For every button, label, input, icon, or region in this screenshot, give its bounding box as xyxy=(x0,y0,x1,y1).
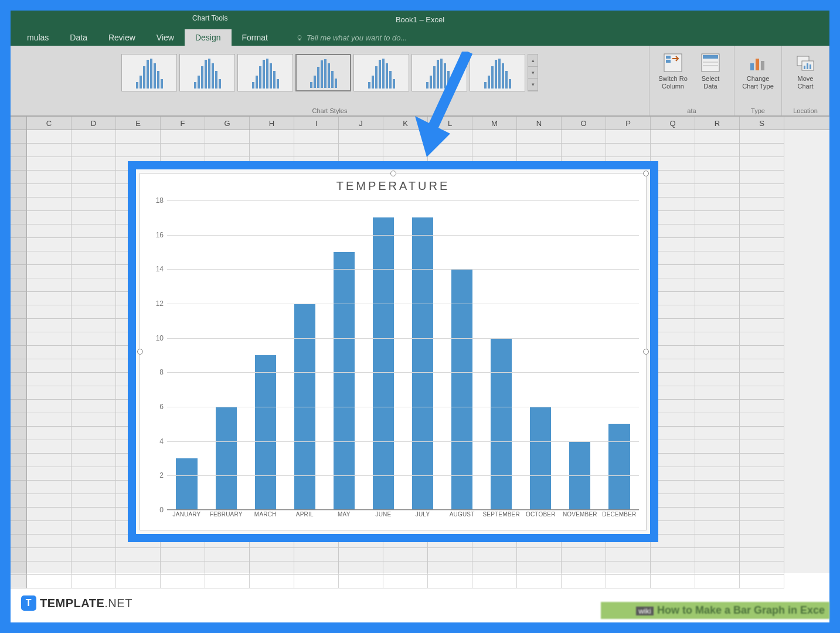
col-header[interactable]: M xyxy=(472,117,517,130)
tab-design[interactable]: Design xyxy=(185,29,232,46)
ribbon-group-location: Move Chart Location xyxy=(782,46,829,115)
tab-formulas[interactable]: mulas xyxy=(16,29,59,46)
y-tick-label: 6 xyxy=(159,403,164,411)
svg-rect-11 xyxy=(761,61,764,70)
move-chart-button[interactable]: Move Chart xyxy=(787,49,824,102)
svg-rect-4 xyxy=(666,60,671,63)
x-tick-label: OCTOBER xyxy=(521,511,560,524)
col-header[interactable]: H xyxy=(250,117,294,130)
chart-style-thumb[interactable] xyxy=(412,54,467,91)
col-header[interactable]: J xyxy=(339,117,383,130)
y-tick-label: 4 xyxy=(159,437,164,445)
chart-style-thumb[interactable] xyxy=(470,54,525,91)
tab-data[interactable]: Data xyxy=(59,29,98,46)
scroll-up-icon[interactable]: ▴ xyxy=(528,55,538,67)
col-header[interactable]: L xyxy=(428,117,472,130)
scroll-down-icon[interactable]: ▾ xyxy=(528,67,538,79)
chart-styles-gallery[interactable]: ▴▾▾ xyxy=(120,49,539,96)
col-header[interactable]: O xyxy=(562,117,606,130)
col-header[interactable]: N xyxy=(517,117,562,130)
col-header[interactable]: E xyxy=(116,117,161,130)
tell-me-placeholder: Tell me what you want to do... xyxy=(307,33,407,42)
chart-object[interactable]: TEMPERATURE 024681012141618 JANUARYFEBRU… xyxy=(128,161,658,542)
chart-style-thumb-selected[interactable] xyxy=(295,54,351,91)
selection-handle[interactable] xyxy=(643,349,649,355)
svg-rect-3 xyxy=(666,56,671,59)
x-tick-label: AUGUST xyxy=(443,511,482,524)
document-title: Book1 – Excel xyxy=(396,15,444,24)
chart-bar[interactable] xyxy=(530,407,551,510)
chart-style-thumb[interactable] xyxy=(237,54,293,91)
chart-bar[interactable] xyxy=(373,217,394,510)
col-header[interactable]: P xyxy=(606,117,651,130)
tab-view[interactable]: View xyxy=(146,29,185,46)
chart-bar[interactable] xyxy=(412,217,433,510)
scroll-more-icon[interactable]: ▾ xyxy=(528,79,538,91)
wiki-text: How to Make a Bar Graph in Exce xyxy=(657,604,825,616)
col-header[interactable]: K xyxy=(383,117,428,130)
x-tick-label: SEPTEMBER xyxy=(482,511,521,524)
tell-me-search[interactable]: Tell me what you want to do... xyxy=(296,33,407,46)
group-label-chart-styles: Chart Styles xyxy=(312,106,348,114)
col-header[interactable]: Q xyxy=(651,117,695,130)
x-tick-label: JANUARY xyxy=(167,511,206,524)
chart-bar[interactable] xyxy=(491,338,512,510)
title-bar: Chart Tools Book1 – Excel xyxy=(11,11,829,28)
ribbon-group-type: Change Chart Type Type xyxy=(734,46,782,115)
x-tick-label: FEBRUARY xyxy=(206,511,246,524)
chart-bar[interactable] xyxy=(216,407,237,510)
chart-bar[interactable] xyxy=(176,458,197,510)
change-chart-type-icon xyxy=(748,53,768,73)
y-tick-label: 2 xyxy=(159,471,164,479)
lightbulb-icon xyxy=(296,35,303,42)
chart-bar[interactable] xyxy=(451,269,472,510)
col-header[interactable]: S xyxy=(740,117,784,130)
tab-format[interactable]: Format xyxy=(232,29,278,46)
selection-handle[interactable] xyxy=(390,171,396,176)
tab-review[interactable]: Review xyxy=(98,29,146,46)
chart-style-thumb[interactable] xyxy=(121,54,177,91)
wiki-prefix: wiki xyxy=(636,607,654,615)
selection-handle[interactable] xyxy=(643,171,649,176)
col-header[interactable]: F xyxy=(161,117,205,130)
template-net-watermark: T TEMPLATE.NET xyxy=(21,595,132,611)
svg-point-0 xyxy=(298,35,301,39)
plot-area xyxy=(167,200,639,510)
brand-light: .NET xyxy=(104,597,132,610)
svg-rect-15 xyxy=(807,63,808,69)
x-tick-label: JULY xyxy=(403,511,442,524)
chart-bar[interactable] xyxy=(255,355,276,510)
col-header[interactable]: D xyxy=(72,117,116,130)
select-data-label: Select Data xyxy=(702,75,720,90)
x-tick-label: APRIL xyxy=(285,511,324,524)
col-header[interactable]: R xyxy=(695,117,740,130)
x-tick-label: DECEMBER xyxy=(600,511,639,524)
switch-row-column-button[interactable]: Switch Ro Column xyxy=(654,49,692,102)
y-tick-label: 8 xyxy=(159,368,164,376)
ribbon-group-chart-styles: ▴▾▾ Chart Styles xyxy=(11,46,649,115)
chart-style-thumb[interactable] xyxy=(353,54,409,91)
col-header[interactable]: C xyxy=(27,117,72,130)
chart-style-thumb[interactable] xyxy=(179,54,235,91)
chart-bar[interactable] xyxy=(334,252,355,510)
col-header[interactable]: G xyxy=(205,117,250,130)
y-axis: 024681012141618 xyxy=(140,200,166,510)
x-tick-label: NOVEMBER xyxy=(560,511,600,524)
column-headers: C D E F G H I J K L M N O P Q R S xyxy=(11,116,829,130)
chart-title[interactable]: TEMPERATURE xyxy=(140,173,646,196)
svg-rect-9 xyxy=(750,63,754,70)
move-chart-label: Move Chart xyxy=(798,75,814,90)
col-header[interactable]: I xyxy=(294,117,339,130)
y-tick-label: 18 xyxy=(156,196,164,205)
group-label-location: Location xyxy=(793,106,818,114)
chart-area[interactable]: TEMPERATURE 024681012141618 JANUARYFEBRU… xyxy=(140,173,647,530)
chart-bar[interactable] xyxy=(608,424,630,510)
select-data-icon xyxy=(700,53,720,73)
group-label-data: ata xyxy=(687,106,696,114)
change-chart-type-button[interactable]: Change Chart Type xyxy=(739,49,777,102)
chart-styles-scroll[interactable]: ▴▾▾ xyxy=(528,54,538,91)
select-data-button[interactable]: Select Data xyxy=(692,49,729,102)
ribbon-tabs: mulas Data Review View Design Format Tel… xyxy=(11,28,829,46)
y-tick-label: 12 xyxy=(156,300,164,308)
svg-rect-14 xyxy=(804,66,805,69)
